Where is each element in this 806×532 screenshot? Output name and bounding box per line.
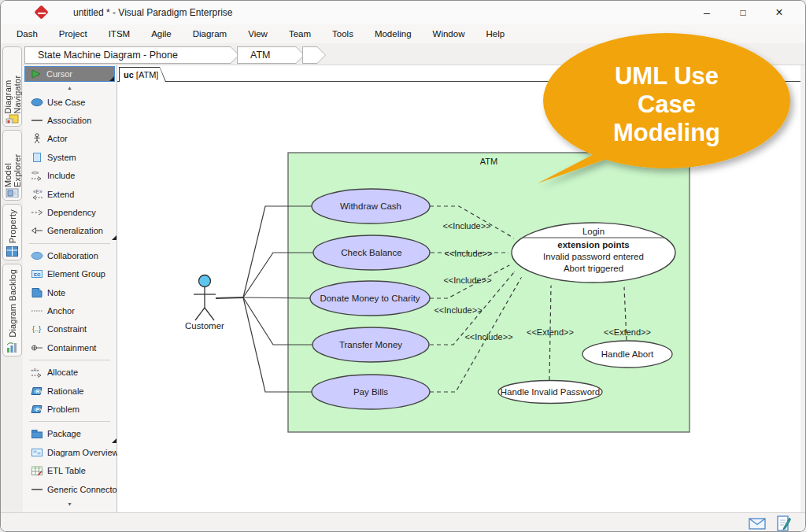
svg-text:Invalid password entered: Invalid password entered [543, 252, 644, 261]
tool-use-case[interactable]: Use Case [23, 93, 116, 111]
tool-diagram-overview[interactable]: Diagram Overview [23, 443, 116, 461]
tool-label: Constraint [47, 324, 87, 334]
tool-etl-table[interactable]: ETL Table [23, 461, 116, 479]
tool-label: Collaboration [47, 251, 98, 260]
tool-label: Anchor [47, 306, 75, 316]
collaboration-icon [30, 250, 43, 261]
tool-label: Note [47, 288, 65, 297]
tool-rationale[interactable]: ‹R› Rationale [23, 382, 116, 400]
canvas-right-gutter [800, 65, 806, 512]
minimize-button[interactable]: – [689, 1, 725, 24]
tool-generalization[interactable]: Generalization [23, 222, 116, 240]
menu-modeling[interactable]: Modeling [375, 29, 412, 39]
edit-document-icon[interactable] [777, 515, 791, 531]
tool-element-group[interactable]: EG Element Group [23, 265, 116, 283]
extend-stereotype: <<Extend>> [527, 327, 574, 337]
menu-bar: Dash Project ITSM Agile Diagram View Tea… [1, 24, 805, 43]
tool-containment[interactable]: Containment [23, 338, 116, 357]
tab-diagram-backlog[interactable]: Diagram Backlog [2, 264, 22, 357]
tab-name: [ATM] [136, 70, 159, 79]
menu-itsm[interactable]: ITSM [109, 29, 130, 39]
tool-package[interactable]: Package [23, 425, 116, 443]
tab-property[interactable]: Property [2, 204, 22, 260]
tool-collaboration[interactable]: Collaboration [23, 246, 116, 264]
menu-help[interactable]: Help [486, 29, 505, 39]
constraint-icon: {..} [30, 323, 43, 334]
svg-text:Abort triggered: Abort triggered [564, 264, 623, 273]
problem-icon: ‹P› [30, 404, 43, 415]
tool-actor[interactable]: Actor [23, 130, 116, 148]
actor-customer[interactable]: Customer [185, 275, 224, 331]
svg-text:Customer: Customer [185, 321, 224, 331]
palette-scroll-down[interactable]: ▼ [23, 498, 116, 509]
application-window: untitled * - Visual Paradigm Enterprise … [0, 0, 806, 532]
include-stereotype: <<Include>> [464, 332, 512, 342]
menu-diagram[interactable]: Diagram [193, 29, 227, 39]
use-case-pay-bills[interactable]: Pay Bills [312, 375, 430, 409]
tool-constraint[interactable]: {..} Constraint [23, 320, 116, 338]
window-title: untitled * - Visual Paradigm Enterprise [73, 7, 233, 18]
use-case-check-balance[interactable]: Check Balance [313, 235, 430, 270]
svg-text:«I»: «I» [31, 170, 39, 175]
tool-problem[interactable]: ‹P› Problem [23, 400, 116, 418]
use-case-login[interactable]: Login extension points Invalid password … [512, 223, 675, 283]
title-bar: untitled * - Visual Paradigm Enterprise … [1, 1, 805, 24]
palette-scroll-up[interactable]: ▲ [23, 82, 116, 93]
tool-label: Element Group [47, 269, 105, 279]
svg-text:extension points: extension points [557, 240, 629, 249]
use-case-donate-money[interactable]: Donate Money to Charity [310, 281, 430, 316]
breadcrumb-label: State Machine Diagram - Phone [38, 50, 178, 61]
svg-text:«A»: «A» [31, 368, 39, 372]
status-bar [1, 512, 805, 532]
tool-system[interactable]: System [23, 148, 116, 166]
note-icon [30, 287, 43, 298]
breadcrumb-item-empty [302, 46, 326, 64]
generalization-icon [30, 225, 43, 236]
svg-text:Withdraw Cash: Withdraw Cash [340, 201, 401, 211]
use-case-icon [30, 97, 43, 108]
maximize-button[interactable]: □ [725, 1, 761, 24]
tool-dependency[interactable]: Dependency [23, 203, 116, 221]
svg-text:Login: Login [582, 227, 604, 236]
tool-note[interactable]: Note [23, 283, 116, 301]
tool-association[interactable]: Association [23, 111, 116, 129]
menu-project[interactable]: Project [59, 29, 87, 39]
tab-diagram-navigator[interactable]: Diagram Navigator [2, 46, 22, 127]
menu-dash[interactable]: Dash [17, 29, 38, 39]
tool-allocate[interactable]: «A» Allocate [23, 363, 116, 381]
breadcrumb-item-current[interactable]: ATM [237, 46, 305, 64]
tab-model-explorer[interactable]: Model Explorer [2, 130, 22, 201]
use-case-handle-invalid-password[interactable]: Handle Invalid Password [498, 381, 602, 404]
menu-team[interactable]: Team [289, 29, 311, 39]
svg-text:{..}: {..} [32, 325, 41, 333]
use-case-withdraw-cash[interactable]: Withdraw Cash [312, 189, 430, 224]
system-icon [30, 152, 43, 163]
tool-include[interactable]: «I» Include [23, 167, 116, 185]
tool-extend[interactable]: «E» Extend [23, 185, 116, 203]
message-icon[interactable] [749, 517, 766, 530]
visual-paradigm-logo-icon [34, 5, 48, 19]
tool-generic-connector[interactable]: Generic Connector [23, 480, 116, 498]
menu-view[interactable]: View [248, 29, 268, 39]
tab-label: Property [8, 209, 17, 243]
association-icon [30, 115, 43, 126]
breadcrumb-bar: State Machine Diagram - Phone ATM [23, 43, 806, 65]
svg-text:ATM: ATM [480, 157, 497, 166]
tool-cursor[interactable]: Cursor [24, 66, 115, 82]
allocate-icon: «A» [30, 367, 43, 378]
tool-label: Allocate [47, 368, 78, 377]
menu-agile[interactable]: Agile [151, 29, 172, 39]
tool-anchor[interactable]: Anchor [23, 301, 116, 320]
use-case-transfer-money[interactable]: Transfer Money [312, 327, 429, 362]
model-explorer-icon [6, 187, 19, 198]
use-case-handle-abort[interactable]: Handle Abort [582, 341, 672, 368]
menu-tools[interactable]: Tools [332, 29, 353, 39]
menu-window[interactable]: Window [433, 29, 465, 39]
diagram-canvas[interactable]: uc [ATM] ATM [117, 65, 800, 512]
diagram-tab-uc-atm[interactable]: uc [ATM] [119, 67, 166, 82]
breadcrumb-item-parent[interactable]: State Machine Diagram - Phone [24, 46, 239, 64]
package-icon [30, 428, 43, 439]
diagram-backlog-icon [6, 342, 19, 353]
tab-strip-line [117, 81, 800, 82]
close-button[interactable]: × [761, 1, 797, 24]
